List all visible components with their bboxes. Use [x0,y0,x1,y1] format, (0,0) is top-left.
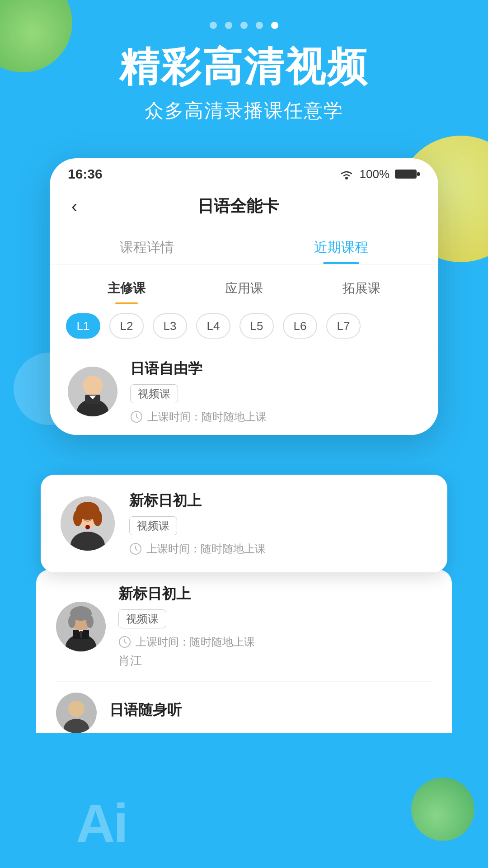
course-tag-featured: 视频课 [129,516,177,535]
subtab-extended-course[interactable]: 拓展课 [303,274,420,304]
hero-subtitle: 众多高清录播课任意学 [0,98,488,123]
teacher-label-2: 肖江 [118,653,432,669]
avatar-3 [56,693,97,733]
status-right: 100% [339,167,421,181]
avatar-0 [68,367,117,416]
course-info-0: 日语自由学 视频课 上课时间：随时随地上课 [130,359,420,424]
course-name-2: 新标日初上 [118,584,432,604]
svg-point-16 [85,525,90,529]
svg-point-15 [93,510,102,526]
svg-rect-27 [80,631,82,638]
svg-point-14 [73,510,82,526]
phone-mockup: 16:36 100% ‹ 日语全能卡 课程详情 近期课程 [50,158,438,435]
svg-point-4 [83,376,103,396]
sub-tabs: 主修课 应用课 拓展课 [50,264,438,304]
dot-3 [240,22,248,29]
svg-line-30 [125,642,127,643]
clock-icon-2 [118,636,131,648]
dot-5-active [271,22,278,29]
course-time-2: 上课时间：随时随地上课 [118,635,432,649]
clock-icon-featured [129,542,142,555]
svg-line-19 [136,549,137,550]
svg-point-24 [68,615,75,628]
avatar-2 [56,602,106,651]
below-cards-area: 新标日初上 视频课 上课时间：随时随地上课 肖江 日语随身听 [36,570,452,733]
featured-card[interactable]: 新标日初上 视频课 上课时间：随时随地上课 [41,475,447,572]
level-selector: L1 L2 L3 L4 L5 L6 L7 [50,304,438,348]
status-time: 16:36 [68,166,103,182]
dot-2 [225,22,232,29]
subtab-applied-course[interactable]: 应用课 [185,274,303,304]
status-bar: 16:36 100% [50,158,438,185]
course-info-3: 日语随身听 [109,700,432,726]
page-title: 日语全能卡 [81,195,395,217]
bg-decoration-green-bottom [411,778,474,841]
tab-course-detail[interactable]: 课程详情 [50,229,244,264]
svg-point-0 [345,177,348,179]
svg-rect-1 [395,170,417,179]
dot-1 [210,22,217,29]
course-info-featured: 新标日初上 视频课 上课时间：随时随地上课 [129,491,427,556]
clock-icon-0 [130,410,143,423]
svg-point-32 [68,701,84,717]
tab-recent-course[interactable]: 近期课程 [244,229,438,264]
dot-4 [256,22,263,29]
subtab-main-course[interactable]: 主修课 [68,274,185,304]
course-time-featured: 上课时间：随时随地上课 [129,542,427,556]
svg-point-25 [86,615,94,628]
nav-bar: ‹ 日语全能卡 [50,185,438,229]
course-tag-2: 视频课 [118,609,166,628]
course-item-2[interactable]: 新标日初上 视频课 上课时间：随时随地上课 肖江 [56,584,432,682]
ai-badge: Ai [76,792,127,854]
course-name-0: 日语自由学 [130,359,420,379]
course-name-3: 日语随身听 [109,700,432,720]
battery-percent: 100% [360,167,390,181]
level-btn-l2[interactable]: L2 [109,313,144,339]
battery-icon [395,168,420,180]
course-time-0: 上课时间：随时随地上课 [130,410,420,424]
level-btn-l6[interactable]: L6 [283,313,317,339]
level-btn-l5[interactable]: L5 [239,313,274,339]
svg-rect-2 [417,172,420,176]
svg-line-9 [136,417,138,418]
course-item-3[interactable]: 日语随身听 [56,682,432,733]
level-btn-l4[interactable]: L4 [196,313,230,339]
page-indicator [210,22,278,29]
level-btn-l7[interactable]: L7 [326,313,361,339]
level-btn-l3[interactable]: L3 [153,313,187,339]
course-info-2: 新标日初上 视频课 上课时间：随时随地上课 肖江 [118,584,432,669]
hero-title: 精彩高清视频 [0,45,488,89]
course-item-0[interactable]: 日语自由学 视频课 上课时间：随时随地上课 [50,348,438,435]
main-tabs: 课程详情 近期课程 [50,229,438,264]
back-button[interactable]: ‹ [68,193,81,220]
hero-section: 精彩高清视频 众多高清录播课任意学 [0,45,488,123]
course-tag-0: 视频课 [130,384,178,403]
wifi-icon [339,168,354,180]
course-name-featured: 新标日初上 [129,491,427,511]
level-btn-l1[interactable]: L1 [66,313,100,339]
avatar-1 [61,496,115,551]
